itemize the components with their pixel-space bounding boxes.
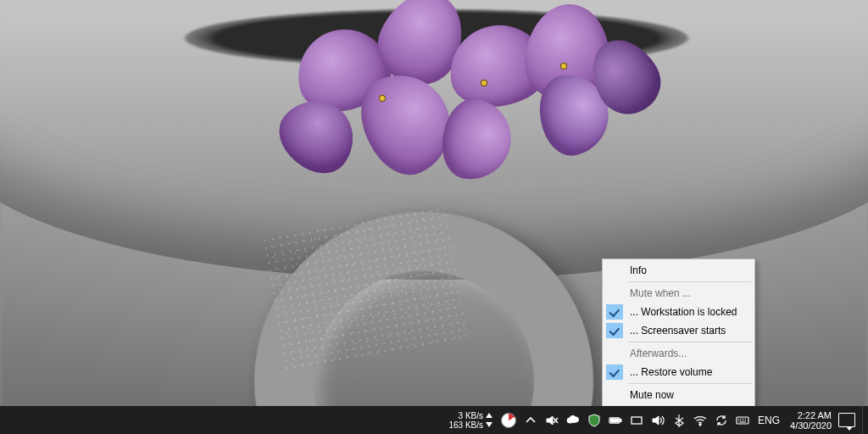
menu-header-mute-when: Mute when ...: [604, 284, 753, 303]
check-icon: [606, 304, 623, 320]
wallpaper-flowers: [280, 0, 678, 199]
show-desktop-button[interactable]: [862, 406, 868, 434]
app-tray-icon[interactable]: [630, 414, 643, 427]
clock-time: 2:22 AM: [790, 410, 832, 420]
menu-item-label: Mute now: [625, 389, 753, 401]
menu-item-screensaver-starts[interactable]: ... Screensaver starts: [604, 321, 753, 340]
menu-item-label: ... Screensaver starts: [625, 325, 753, 337]
security-shield-icon[interactable]: [587, 414, 601, 427]
tray-context-menu: Info Mute when ... ... Workstation is lo…: [602, 259, 755, 430]
svg-rect-2: [611, 419, 619, 421]
svg-point-4: [699, 423, 701, 425]
net-up-label: 3 KB/s: [459, 411, 483, 420]
download-arrow-icon: [486, 422, 492, 427]
bluetooth-icon[interactable]: [672, 414, 686, 427]
menu-item-label: Info: [625, 264, 753, 276]
onedrive-icon[interactable]: [566, 414, 580, 427]
menu-item-workstation-locked[interactable]: ... Workstation is locked: [604, 303, 753, 321]
menu-separator: [628, 281, 752, 282]
language-indicator[interactable]: ENG: [754, 415, 783, 426]
taskbar-clock[interactable]: 2:22 AM 4/30/2020: [783, 410, 838, 431]
menu-item-restore-volume[interactable]: ... Restore volume: [604, 363, 753, 381]
wifi-icon[interactable]: [693, 414, 707, 427]
action-center-icon[interactable]: [838, 413, 855, 427]
tray-overflow-chevron-icon[interactable]: [524, 414, 537, 427]
net-down-label: 163 KB/s: [448, 420, 483, 430]
network-rate-indicator[interactable]: 3 KB/s 163 KB/s: [448, 411, 496, 430]
upload-arrow-icon: [486, 413, 492, 418]
taskbar: 3 KB/s 163 KB/s: [0, 406, 868, 434]
menu-item-label: ... Restore volume: [625, 366, 753, 378]
menu-item-label: ... Workstation is locked: [625, 306, 753, 318]
system-tray: [496, 413, 754, 428]
disk-usage-icon[interactable]: [501, 413, 516, 428]
volume-muted-icon[interactable]: [545, 414, 559, 427]
menu-item-mute-now[interactable]: Mute now: [604, 386, 753, 404]
svg-rect-3: [632, 417, 642, 424]
menu-header-afterwards: Afterwards...: [604, 344, 753, 363]
battery-icon[interactable]: [609, 414, 622, 427]
check-icon: [606, 364, 623, 380]
speaker-icon[interactable]: [651, 414, 665, 427]
clock-date: 4/30/2020: [790, 420, 832, 431]
svg-rect-1: [620, 419, 621, 421]
check-icon: [606, 323, 623, 338]
sync-icon[interactable]: [715, 414, 728, 427]
menu-separator: [628, 383, 752, 384]
menu-separator: [628, 342, 752, 342]
menu-item-info[interactable]: Info: [604, 261, 753, 280]
keyboard-icon[interactable]: [736, 414, 749, 427]
